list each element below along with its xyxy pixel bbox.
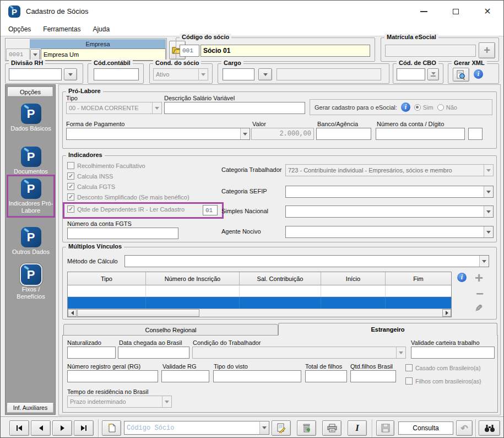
edit-row-button[interactable]: ✎ [475,302,483,314]
menu-ferramentas[interactable]: Ferramentas [43,25,80,33]
qtd-filhos-brasil-field[interactable] [350,370,396,382]
info-report-button[interactable]: I [348,420,367,436]
minimize-button[interactable] [408,1,440,23]
categoria-sefip-combo[interactable] [285,186,494,198]
maximize-button[interactable] [440,1,472,23]
rg-field[interactable] [67,370,158,382]
col-sal-contribuicao[interactable]: Sal. Contribuição [240,272,321,285]
edit-record-button[interactable] [272,420,291,436]
valor-field[interactable]: 2.000,00 [251,128,314,140]
qtde-dependentes-field[interactable]: 01 [203,205,218,215]
checkbox-filhos-brasileiros[interactable]: Filhos com brasileiros(as) [405,377,481,385]
radio-sim[interactable]: Sim [414,104,433,111]
forma-pagamento-combo[interactable] [66,128,250,140]
sidebar-item-indicadores-pro-labore[interactable]: P Indicadores Pró-Labore [7,175,55,218]
empresa-panel: Empresa 0001 Empresa Um [5,38,167,61]
menu-opcoes[interactable]: Opções [8,25,31,33]
table-row[interactable] [68,285,451,297]
undo-icon: ↶ [460,423,468,434]
tipo-visto-field[interactable] [213,370,301,382]
nav-first-button[interactable] [9,420,29,436]
scroll-left-icon[interactable] [68,309,77,317]
empresa-dropdown-button[interactable] [30,49,40,61]
info-icon[interactable]: i [474,69,483,79]
empresa-code-field[interactable]: 0001 [6,48,30,61]
divisao-rh-dropdown-button[interactable] [64,68,77,80]
metodo-calculo-combo[interactable] [124,255,489,267]
data-chegada-field[interactable] [118,347,189,359]
divisao-rh-field[interactable] [9,68,62,80]
data-chegada-label: Data chegada ao Brasil [119,339,182,346]
table-row-selected[interactable] [68,297,451,309]
cond-socio-combo[interactable]: Ativo [153,68,208,80]
bottom-toolbar: Código Sócio [1,417,503,438]
col-tipo[interactable]: Tipo [68,272,146,285]
sidebar-item-documentos[interactable]: P Documentos [6,147,56,175]
sidebar-inf-auxiliares-button[interactable]: Inf. Auxiliares [7,402,54,413]
sidebar-item-outros-dados[interactable]: P Outros Dados [6,227,56,256]
scroll-right-icon[interactable] [442,309,451,317]
codigo-socio-name-field[interactable]: Sócio 01 [200,45,370,57]
cargo-dropdown-button[interactable] [258,68,272,80]
empresa-name-field[interactable]: Empresa Um [41,48,166,61]
banco-agencia-field[interactable] [316,128,371,140]
sidebar-item-fixos-beneficios[interactable]: P Fixos / Benefícios [6,264,56,300]
categoria-trabalhador-combo[interactable]: 723 - Contribuinte individual - Empresár… [285,164,494,176]
sidebar-options-button[interactable]: Opções [7,86,53,97]
checkbox-desconto-simplificado[interactable]: ✓ Desconto Simplificado (Se mais benéfic… [67,193,189,201]
menu-ajuda[interactable]: Ajuda [93,25,110,33]
gerar-xml-button[interactable] [453,68,469,82]
tipo-combo[interactable]: 00 - MOEDA CORRENTE [66,102,162,114]
nav-last-button[interactable] [74,420,94,436]
col-inicio[interactable]: Início [321,272,386,285]
undo-button[interactable]: ↶ [456,420,473,436]
search-button[interactable] [479,420,500,436]
cargo-code-field[interactable] [223,68,254,80]
checkbox-qtde-dependentes[interactable]: ✓ Qtde de Dependentes IR - Ler Cadastro [67,206,185,213]
checkbox-recolhimento-facultativo[interactable]: Recolhimento Facultativo [67,162,145,169]
search-combo[interactable]: Código Sócio [124,421,269,435]
save-button[interactable] [376,420,394,436]
matricula-add-button[interactable]: + [479,42,495,58]
checkbox-casado-brasileiro[interactable]: Casado com Brasileiro(a) [405,364,480,371]
add-row-button[interactable]: + [475,269,483,286]
info-icon[interactable]: i [457,273,467,282]
nav-next-button[interactable] [52,420,72,436]
validade-carteira-field[interactable] [411,347,495,359]
close-button[interactable]: ✕ [472,1,503,23]
descricao-salario-field[interactable] [164,102,305,114]
matricula-esocial-field[interactable] [385,45,476,57]
digito-field[interactable] [468,128,483,140]
tipo-visto-label: Tipo do visto [214,363,248,370]
col-numero-inscricao[interactable]: Número de Inscrição [146,272,240,285]
tab-conselho-regional[interactable]: Conselho Regional [63,324,278,336]
col-fim[interactable]: Fim [386,272,451,285]
new-record-button[interactable] [102,420,121,436]
codigo-socio-code-field[interactable]: 001 [180,45,199,57]
delete-record-button[interactable] [297,420,316,436]
simples-nacional-combo[interactable] [285,206,494,218]
descricao-salario-label: Descrição Salário Variável [164,95,235,101]
validade-rg-field[interactable] [161,370,209,382]
condicao-trabalhador-combo[interactable] [192,347,406,359]
agente-nocivo-combo[interactable] [285,226,494,238]
info-icon[interactable]: i [401,102,410,112]
tab-estrangeiro[interactable]: Estrangeiro [278,323,497,336]
sidebar-item-dados-basicos[interactable]: P Dados Básicos [6,104,56,132]
checkbox-calcula-fgts[interactable]: ✓ Calcula FGTS [67,183,115,190]
conta-field[interactable] [376,128,465,140]
remove-row-button[interactable]: − [476,286,484,301]
h-scrollbar[interactable] [68,309,451,317]
radio-nao[interactable]: Não [437,104,457,111]
tempo-residencia-combo[interactable]: Prazo indeterminado [67,396,172,408]
naturalizado-field[interactable] [67,347,116,359]
cod-cbo-lookup-button[interactable] [427,68,439,80]
print-button[interactable] [322,420,342,436]
conta-fgts-field[interactable] [67,228,178,239]
cod-contabil-field[interactable] [94,68,139,80]
nav-prev-button[interactable] [31,420,51,436]
checkbox-calcula-inss[interactable]: ✓ Calcula INSS [67,172,113,180]
total-filhos-field[interactable] [305,370,347,382]
cod-cbo-field[interactable] [397,68,425,80]
scrollbar-thumb[interactable] [77,309,199,317]
